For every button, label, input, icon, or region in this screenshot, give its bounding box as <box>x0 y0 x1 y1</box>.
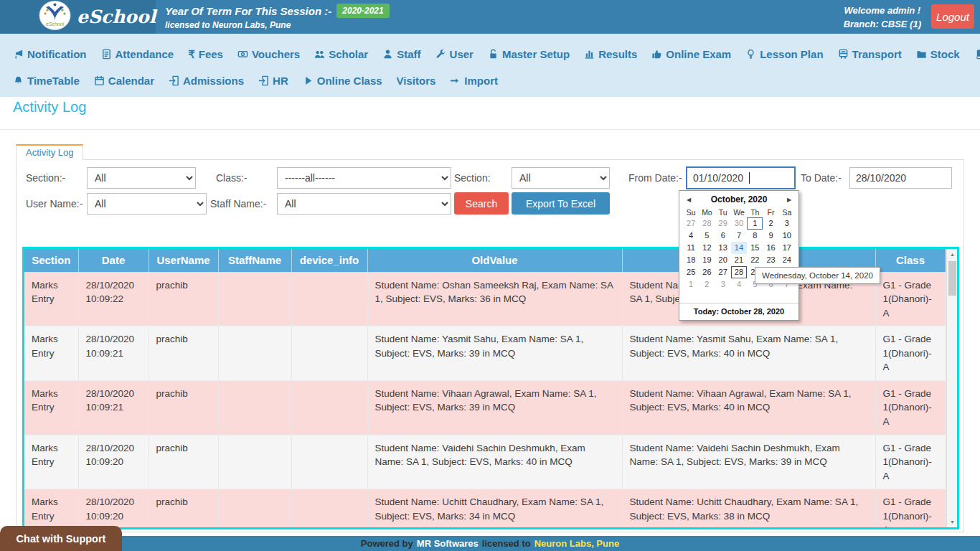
staff-name-filter-select[interactable]: All <box>277 193 451 215</box>
calendar-day[interactable]: 28 <box>699 217 715 230</box>
section2-filter-select[interactable]: All <box>512 167 610 189</box>
calendar-day[interactable]: 26 <box>699 266 715 278</box>
calendar-day[interactable]: 7 <box>731 230 747 242</box>
calendar-day[interactable]: 20 <box>715 254 731 266</box>
logout-button[interactable]: Logout <box>931 4 974 29</box>
tab-activity-log[interactable]: Activity Log <box>16 144 83 160</box>
calendar-day[interactable]: 24 <box>779 254 795 266</box>
nav-item-import[interactable]: Import <box>450 75 498 87</box>
nav-item-attendance[interactable]: Attendance <box>101 48 174 60</box>
calendar-day[interactable]: 17 <box>779 242 795 254</box>
brand-link[interactable]: MR Softwares <box>417 538 479 549</box>
calendar-day[interactable]: 18 <box>683 254 699 266</box>
calendar-day[interactable]: 9 <box>763 230 778 242</box>
user-name-filter-select[interactable]: All <box>87 193 207 215</box>
calendar-day[interactable]: 11 <box>683 242 699 254</box>
table-cell: Student Name: Vihaan Agrawal, Exam Name:… <box>367 380 622 435</box>
calendar-day[interactable]: 14 <box>731 242 747 254</box>
nav-item-notification[interactable]: Notification <box>13 48 87 60</box>
column-header-staffname: StaffName <box>218 249 291 272</box>
calendar-day[interactable]: 4 <box>731 278 747 291</box>
calendar-day[interactable]: 2 <box>699 278 715 291</box>
calendar-prev-icon[interactable]: ◀ <box>684 197 694 203</box>
calendar-day[interactable]: 13 <box>715 242 731 254</box>
calendar-next-icon[interactable]: ▶ <box>784 197 794 203</box>
calendar-day[interactable]: 25 <box>683 266 699 278</box>
date-picker-popup: ◀ October, 2020 ▶ SuMoTuWeThFrSa 2728293… <box>679 190 799 321</box>
section-filter-select[interactable]: All <box>87 167 196 189</box>
nav-item-online-exam[interactable]: Online Exam <box>651 48 731 60</box>
class-filter-select[interactable]: ------all------ <box>277 167 451 189</box>
calendar-day[interactable]: 6 <box>715 230 731 242</box>
calendar-day[interactable]: 8 <box>747 230 763 242</box>
nav-row-2: TimeTableCalendarAdmissionsHROnline Clas… <box>0 67 980 94</box>
nav-item-calendar[interactable]: Calendar <box>94 75 154 87</box>
nav-item-timetable[interactable]: TimeTable <box>13 75 80 87</box>
table-cell: G1 - Grade 1(Dhanori)-A <box>875 272 946 326</box>
nav-item-vouchers[interactable]: Vouchers <box>237 48 300 60</box>
calendar-today-label[interactable]: Today: October 28, 2020 <box>679 303 798 320</box>
table-cell: 28/10/2020 10:09:20 <box>78 489 149 529</box>
nav-item-visitors[interactable]: Visitors <box>397 75 436 87</box>
table-cell: Student Name: Vihaan Agrawal, Exam Name:… <box>622 380 875 435</box>
nav-item-staff[interactable]: Staff <box>382 48 420 60</box>
nav-item-results[interactable]: Results <box>584 48 637 60</box>
table-cell: prachib <box>149 380 218 435</box>
nav-item-fees[interactable]: ₹Fees <box>188 48 223 60</box>
licensee-link[interactable]: Neuron Labs, Pune <box>534 538 619 549</box>
calendar-day[interactable]: 19 <box>699 254 715 266</box>
calendar-day[interactable]: 16 <box>763 242 778 254</box>
column-header-oldvalue: OldValue <box>367 249 622 272</box>
user-name-filter-label: User Name:- <box>26 193 83 215</box>
calendar-day[interactable]: 2 <box>763 217 778 230</box>
calendar-day[interactable]: 1 <box>683 278 699 291</box>
calendar-day[interactable]: 10 <box>779 230 795 242</box>
calendar-day[interactable]: 5 <box>699 230 715 242</box>
calendar-day[interactable]: 1 <box>747 217 763 230</box>
nav-item-user[interactable]: User <box>435 48 473 60</box>
calendar-day[interactable]: 15 <box>747 242 763 254</box>
calendar-day[interactable]: 29 <box>715 217 731 230</box>
calendar-day[interactable]: 3 <box>715 278 731 291</box>
calendar-day[interactable]: 27 <box>683 217 699 230</box>
chat-with-support-button[interactable]: Chat with Support <box>0 526 122 551</box>
calendar-day[interactable]: 30 <box>731 217 747 230</box>
scrollbar-up-icon[interactable]: ▲ <box>947 249 958 260</box>
export-to-excel-button[interactable]: Export To Excel <box>512 192 610 215</box>
nav-item-lesson-plan[interactable]: Lesson Plan <box>745 48 823 60</box>
calendar-day[interactable]: 21 <box>731 254 747 266</box>
to-date-input[interactable] <box>849 167 952 189</box>
nav-item-master-setup[interactable]: Master Setup <box>488 48 570 60</box>
brand-block[interactable]: eSchool eSchool <box>0 0 156 34</box>
play-icon <box>303 75 314 86</box>
nav-item-stock[interactable]: Stock <box>916 48 960 60</box>
calendar-day[interactable]: 23 <box>763 254 778 266</box>
calendar-day-header: Mo <box>699 208 715 217</box>
calendar-day[interactable]: 22 <box>747 254 763 266</box>
search-button[interactable]: Search <box>454 192 509 215</box>
table-scrollbar[interactable]: ▲ ▼ <box>946 249 957 527</box>
table-cell: Marks Entry <box>24 489 78 529</box>
from-date-input[interactable] <box>686 166 796 189</box>
column-header-class: Class <box>875 249 946 272</box>
nav-item-online-class[interactable]: Online Class <box>303 75 382 87</box>
nav-item-library[interactable]: Library <box>974 48 980 60</box>
calendar-day[interactable]: 12 <box>699 242 715 254</box>
nav-item-hr[interactable]: HR <box>258 75 288 87</box>
calendar-day[interactable]: 4 <box>683 230 699 242</box>
calendar-day-header: Tu <box>715 208 731 217</box>
calendar-day[interactable]: 27 <box>715 266 731 278</box>
calendar-day[interactable]: 3 <box>779 217 795 230</box>
nav-item-admissions[interactable]: Admissions <box>169 75 244 87</box>
table-row: Marks Entry28/10/2020 10:09:20prachibStu… <box>24 435 946 489</box>
table-cell: Marks Entry <box>24 326 78 381</box>
session-info: Year Of Term For This Session :- 2020-20… <box>165 4 390 30</box>
nav-item-scholar[interactable]: Scholar <box>314 48 368 60</box>
calendar-month-title[interactable]: October, 2020 <box>694 194 784 204</box>
scrollbar-thumb[interactable] <box>948 261 956 296</box>
calendar-day[interactable]: 28 <box>731 266 747 278</box>
table-row: Marks Entry28/10/2020 10:09:21prachibStu… <box>24 380 946 435</box>
scrollbar-down-icon[interactable]: ▼ <box>947 517 958 527</box>
nav-item-transport[interactable]: Transport <box>838 48 902 60</box>
welcome-block: Welcome admin ! Branch: CBSE (1) <box>844 4 921 32</box>
